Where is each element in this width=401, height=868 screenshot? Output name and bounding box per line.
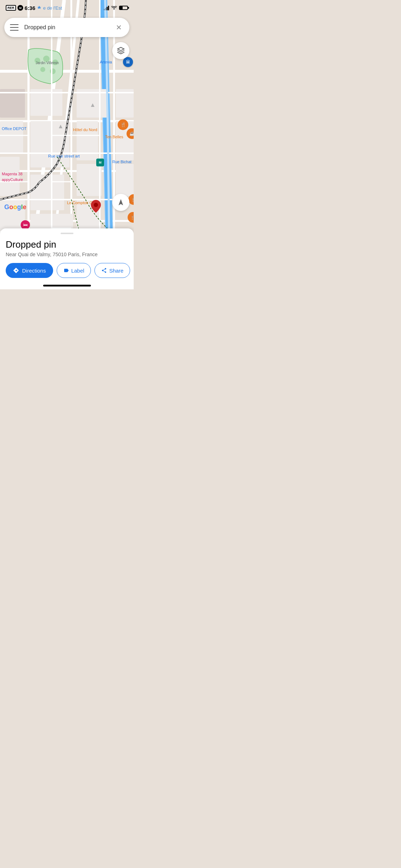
status-right bbox=[104, 5, 128, 11]
label-icon bbox=[63, 268, 69, 273]
status-time: 6:36 bbox=[25, 5, 35, 11]
status-left: RER M 6:36 e de l'Est bbox=[6, 5, 62, 11]
place-address: Near Quai de Valmy, 75010 Paris, France bbox=[6, 252, 128, 257]
directions-label: Directions bbox=[22, 268, 46, 274]
signal-bars bbox=[104, 6, 109, 10]
share-button[interactable]: Share bbox=[94, 263, 130, 278]
share-icon bbox=[101, 268, 107, 273]
bottom-sheet: Dropped pin Near Quai de Valmy, 75010 Pa… bbox=[0, 228, 134, 289]
place-name: Dropped pin bbox=[6, 239, 128, 250]
home-indicator bbox=[43, 285, 91, 286]
google-logo: Google bbox=[4, 203, 26, 211]
search-bar[interactable]: Dropped pin ✕ bbox=[4, 18, 129, 37]
share-label: Share bbox=[109, 268, 123, 274]
hamburger-menu[interactable] bbox=[10, 24, 19, 31]
my-location-button[interactable] bbox=[112, 194, 129, 211]
sheet-handle bbox=[61, 233, 73, 234]
battery-icon bbox=[119, 6, 128, 10]
svg-rect-17 bbox=[0, 121, 23, 153]
hamburger-line-3 bbox=[10, 30, 19, 31]
metro-badge: M bbox=[17, 5, 23, 11]
svg-point-50 bbox=[94, 203, 98, 207]
search-query: Dropped pin bbox=[24, 24, 114, 31]
svg-point-11 bbox=[35, 58, 40, 63]
dropped-pin bbox=[91, 200, 101, 212]
svg-point-12 bbox=[43, 56, 50, 62]
svg-rect-26 bbox=[77, 164, 102, 196]
rer-badge: RER bbox=[6, 5, 16, 11]
poi-museum[interactable]: 🏛 bbox=[123, 57, 133, 67]
metro-underground[interactable]: M bbox=[96, 159, 104, 166]
svg-rect-22 bbox=[30, 175, 64, 210]
label-button[interactable]: Label bbox=[57, 263, 91, 278]
svg-rect-18 bbox=[0, 157, 20, 196]
layer-toggle-button[interactable] bbox=[112, 42, 129, 59]
poi-hotel-nord[interactable]: 🍴 bbox=[118, 119, 128, 130]
clear-search-button[interactable]: ✕ bbox=[114, 22, 124, 32]
label-label: Label bbox=[71, 268, 84, 274]
svg-point-13 bbox=[52, 60, 58, 65]
action-buttons: Directions Label Share bbox=[6, 263, 128, 278]
status-bar: RER M 6:36 e de l'Est bbox=[0, 0, 134, 16]
svg-point-15 bbox=[50, 68, 56, 74]
directions-button[interactable]: Directions bbox=[6, 263, 53, 278]
hamburger-line-1 bbox=[10, 24, 19, 25]
hamburger-line-2 bbox=[10, 27, 19, 28]
wifi-icon bbox=[111, 5, 117, 11]
directions-icon bbox=[13, 267, 19, 274]
svg-rect-25 bbox=[77, 121, 98, 160]
location-text: e de l'Est bbox=[43, 5, 62, 11]
svg-rect-30 bbox=[116, 164, 134, 196]
svg-point-14 bbox=[40, 67, 45, 72]
